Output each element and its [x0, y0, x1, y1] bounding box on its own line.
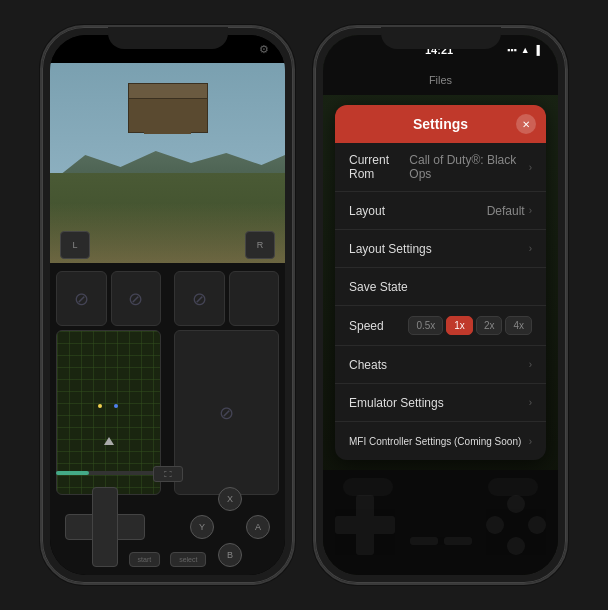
layout-settings-row[interactable]: Layout Settings › — [335, 230, 546, 268]
ghost-l-trigger — [343, 478, 393, 496]
screen-right: 14:21 ▪▪▪ ▲ ▐ Files Settings — [323, 35, 558, 575]
chevron-icon-6: › — [529, 397, 532, 408]
right-btn[interactable] — [229, 271, 280, 326]
dpad-vertical — [92, 487, 118, 567]
no-sign-btn-2[interactable] — [111, 271, 162, 326]
mfi-row[interactable]: MFI Controller Settings (Coming Soon) › — [335, 422, 546, 460]
speed-0.5x[interactable]: 0.5x — [408, 316, 443, 335]
speed-buttons: 0.5x 1x 2x 4x — [408, 316, 532, 335]
expand-btn[interactable]: ⛶ — [153, 466, 183, 482]
ghost-x — [507, 495, 525, 513]
settings-close-button[interactable]: ✕ — [516, 114, 536, 134]
save-state-label: Save State — [349, 280, 408, 294]
current-rom-value: Call of Duty®: Black Ops › — [409, 153, 532, 181]
left-phone: ⚙ L R — [40, 25, 295, 585]
r-button[interactable]: R — [245, 231, 275, 259]
b-button[interactable]: B — [218, 543, 242, 567]
chevron-icon-5: › — [529, 359, 532, 370]
right-top-buttons — [174, 271, 279, 326]
tower-element — [128, 83, 208, 133]
controller-area: ⛶ start select X — [50, 263, 285, 575]
nav-bar: Files — [323, 65, 558, 95]
progress-bar — [56, 471, 168, 475]
mfi-label: MFI Controller Settings (Coming Soon) — [349, 436, 521, 447]
y-button[interactable]: Y — [190, 515, 214, 539]
speed-label: Speed — [349, 319, 384, 333]
no-sign-btn-4[interactable] — [174, 330, 279, 495]
abxy-area: X Y A B — [175, 487, 285, 567]
layout-value: Default › — [487, 204, 532, 218]
cheats-label: Cheats — [349, 358, 387, 372]
battery-icon: ▐ — [534, 45, 540, 55]
chevron-icon-1: › — [529, 205, 532, 216]
game-screen: ⚙ L R — [50, 35, 285, 575]
notch-right — [381, 27, 501, 49]
settings-icon[interactable]: ⚙ — [259, 43, 269, 56]
wifi-icon: ▲ — [521, 45, 530, 55]
screen-left: ⚙ L R — [50, 35, 285, 575]
signal-icon: ▪▪▪ — [507, 45, 517, 55]
status-icons: ▪▪▪ ▲ ▐ — [507, 45, 540, 55]
ghost-r-trigger — [488, 478, 538, 496]
settings-header: Settings ✕ — [335, 105, 546, 143]
cheats-chevron: › — [529, 359, 532, 370]
chevron-icon-2: › — [529, 243, 532, 254]
nav-files-title: Files — [429, 74, 452, 86]
ghost-y — [486, 516, 504, 534]
no-sign-btn-3[interactable] — [174, 271, 225, 326]
x-button[interactable]: X — [218, 487, 242, 511]
right-bottom-controller — [323, 470, 558, 575]
speed-2x[interactable]: 2x — [476, 316, 503, 335]
right-phone: 14:21 ▪▪▪ ▲ ▐ Files Settings — [313, 25, 568, 585]
speed-row[interactable]: Speed 0.5x 1x 2x 4x — [335, 306, 546, 346]
left-controls — [56, 271, 161, 495]
no-sign-btn-1[interactable] — [56, 271, 107, 326]
top-buttons-row — [56, 271, 161, 326]
close-icon: ✕ — [522, 119, 530, 130]
ghost-dpad — [335, 495, 395, 555]
progress-fill — [56, 471, 89, 475]
start-button[interactable]: start — [129, 552, 161, 567]
current-rom-label: Current Rom — [349, 153, 409, 181]
emulator-settings-row[interactable]: Emulator Settings › — [335, 384, 546, 422]
ghost-a — [528, 516, 546, 534]
current-rom-row[interactable]: Current Rom Call of Duty®: Black Ops › — [335, 143, 546, 192]
layout-settings-chevron: › — [529, 243, 532, 254]
right-screen-content: 14:21 ▪▪▪ ▲ ▐ Files Settings — [323, 35, 558, 575]
ghost-start-select — [410, 537, 472, 545]
cheats-row[interactable]: Cheats › — [335, 346, 546, 384]
notch-left — [108, 27, 228, 49]
a-button[interactable]: A — [246, 515, 270, 539]
layout-settings-label: Layout Settings — [349, 242, 432, 256]
emulator-settings-chevron: › — [529, 397, 532, 408]
settings-modal: Settings ✕ Current Rom Call of Duty®: Bl… — [335, 105, 546, 460]
ghost-b — [507, 537, 525, 555]
layout-label: Layout — [349, 204, 385, 218]
right-controls — [174, 271, 279, 495]
abxy: X Y A B — [190, 487, 270, 567]
settings-title: Settings — [413, 116, 468, 132]
right-content: 14:21 ▪▪▪ ▲ ▐ Files Settings — [323, 35, 558, 575]
chevron-icon-0: › — [529, 162, 532, 173]
save-state-row[interactable]: Save State — [335, 268, 546, 306]
speed-4x[interactable]: 4x — [505, 316, 532, 335]
ghost-abxy — [486, 495, 546, 555]
chevron-icon-7: › — [529, 436, 532, 447]
layout-row[interactable]: Layout Default › — [335, 192, 546, 230]
speed-1x[interactable]: 1x — [446, 316, 473, 335]
emulator-settings-label: Emulator Settings — [349, 396, 444, 410]
l-button[interactable]: L — [60, 231, 90, 259]
mfi-chevron: › — [529, 436, 532, 447]
